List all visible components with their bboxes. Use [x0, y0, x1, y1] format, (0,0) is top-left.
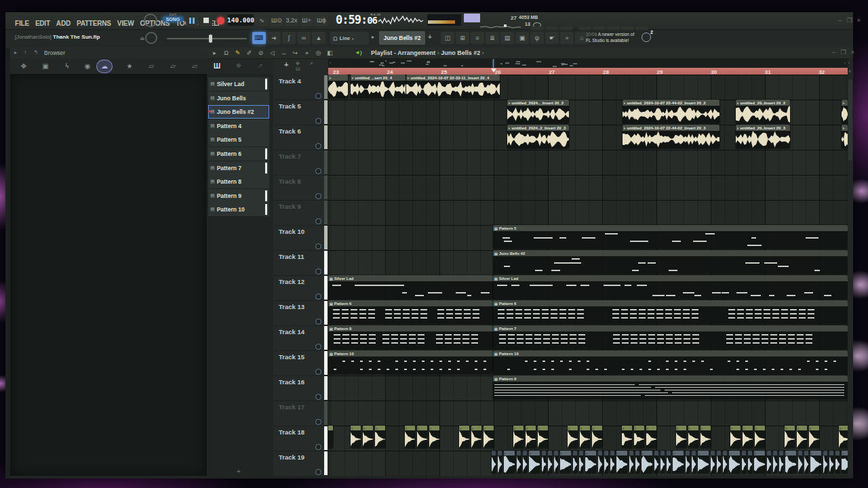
- hat-clip[interactable]: [579, 451, 583, 473]
- pattern-list-item[interactable]: ▤Pattern 9: [208, 189, 269, 203]
- playlist-crumb[interactable]: Juno Bells #2: [441, 49, 480, 56]
- piano-icon[interactable]: Ш: [214, 62, 220, 70]
- audio-clip[interactable]: ⊦untitled_2024..2_Insert 20_3: [507, 125, 569, 148]
- drum-clip[interactable]: ⊦: [839, 426, 848, 448]
- track-header[interactable]: Track 6: [273, 125, 324, 150]
- browser-tab-cloud[interactable]: ☁: [97, 60, 112, 73]
- track-name[interactable]: Track 10: [279, 228, 304, 235]
- master-slider[interactable]: [167, 38, 247, 39]
- pattern-clip[interactable]: ▤Pattern 6: [493, 300, 848, 324]
- drum-clip[interactable]: ⊦: [755, 426, 765, 448]
- pattern-clone-icon[interactable]: Шϕ: [315, 14, 328, 26]
- drum-clip[interactable]: [328, 426, 333, 448]
- track-mute-dot[interactable]: [315, 369, 321, 375]
- piano-roll-window-icon[interactable]: ⊞: [456, 32, 469, 44]
- hat-clip[interactable]: [823, 451, 827, 473]
- track-name[interactable]: Track 4: [279, 77, 301, 85]
- track-mute-dot[interactable]: [315, 143, 321, 149]
- v-scrollbar[interactable]: [848, 79, 852, 161]
- snap-selector[interactable]: Ω Line ▸: [330, 32, 369, 45]
- hat-clip[interactable]: [492, 451, 496, 473]
- drum-clip[interactable]: ⊦: [785, 426, 795, 448]
- track-mute-dot[interactable]: [315, 193, 321, 199]
- hat-clip[interactable]: [692, 451, 696, 473]
- pattern-clip[interactable]: ▤Pattern 10: [328, 350, 493, 374]
- drum-clip[interactable]: ⊦: [634, 426, 644, 448]
- track-name[interactable]: Track 5: [279, 102, 301, 110]
- hat-clip[interactable]: [542, 451, 546, 473]
- hat-clip[interactable]: ⊦: [616, 451, 627, 473]
- track-mute-dot[interactable]: [315, 444, 321, 450]
- add-track-button[interactable]: +: [284, 60, 288, 68]
- audio-clip[interactable]: ⊦untitled_2024-10-07 22-44-02_Insert 20_…: [623, 125, 719, 148]
- browser-tab-files[interactable]: ▣: [38, 60, 53, 73]
- hat-clip[interactable]: [742, 451, 746, 473]
- audio-clip[interactable]: ⊦: [328, 75, 348, 98]
- drum-clip[interactable]: ⊦: [646, 426, 656, 448]
- hat-clip[interactable]: [779, 451, 783, 473]
- pattern-list-item[interactable]: ▤Juno Bells: [208, 92, 269, 105]
- hat-clip[interactable]: [667, 451, 671, 473]
- scroll-right-icon[interactable]: ›: [848, 60, 850, 64]
- main-volume-knob[interactable]: [144, 14, 157, 27]
- audio-clip[interactable]: ⊦untitled_..sert 20_4: [351, 75, 406, 98]
- track-header[interactable]: Track 16: [273, 375, 324, 401]
- pattern-list-item[interactable]: ▤Silver Lad: [208, 77, 269, 91]
- pattern-prev-arrow[interactable]: ▸: [372, 34, 374, 40]
- playlist-menu-icon[interactable]: ▸: [210, 49, 220, 57]
- playlist-speaker-icon[interactable]: ◄): [355, 49, 362, 56]
- pattern-list-item[interactable]: ▤Pattern 7: [208, 161, 269, 175]
- pattern-clip[interactable]: ▤Pattern 6: [328, 300, 493, 324]
- slice-tool-icon[interactable]: ↪: [290, 49, 300, 57]
- track-name[interactable]: Track 17: [279, 403, 304, 411]
- drum-clip[interactable]: ⊦: [459, 426, 469, 448]
- cpu-meter[interactable]: [427, 14, 461, 26]
- navigator-right-arrow-icon[interactable]: ›: [844, 60, 846, 64]
- delete-tool-icon[interactable]: ⊘: [256, 49, 266, 57]
- tools-menu-icon[interactable]: »: [560, 32, 574, 44]
- select-tool-icon[interactable]: ⌖: [302, 49, 312, 57]
- drum-clip[interactable]: ⊦: [730, 426, 741, 448]
- hat-clip[interactable]: ⊦: [729, 451, 740, 473]
- hat-clip[interactable]: [573, 451, 577, 473]
- typing-keyboard-piano-icon[interactable]: ⌨: [252, 32, 266, 44]
- pattern-clip[interactable]: ▤Pattern 7: [493, 325, 848, 349]
- hat-clip[interactable]: ⊦: [785, 451, 796, 473]
- browser-window-icon[interactable]: ▤: [500, 32, 514, 44]
- track-header[interactable]: Track 18: [273, 426, 324, 451]
- track-name[interactable]: Track 6: [279, 127, 301, 135]
- hat-clip[interactable]: ⊦: [529, 451, 540, 473]
- browser-tab-folder-1[interactable]: ▱: [144, 60, 159, 73]
- pattern-add-icon[interactable]: Ш+: [300, 14, 313, 26]
- browser-tab-favorites[interactable]: ★: [122, 60, 137, 73]
- plugin-database-icon[interactable]: ψ: [530, 32, 544, 44]
- track-header[interactable]: Track 8: [273, 175, 324, 201]
- track-header[interactable]: Track 17: [273, 401, 324, 426]
- hat-clip[interactable]: [804, 451, 808, 473]
- drum-clip[interactable]: ⊦: [363, 426, 373, 448]
- audio-clip[interactable]: ⊦untitled_2024-10-07 22-44-02_Insert 20_…: [623, 100, 719, 123]
- mixer-window-icon[interactable]: ≣: [486, 32, 499, 44]
- browser-tab-folder-3[interactable]: ▱: [187, 60, 202, 73]
- track-header[interactable]: Track 14: [273, 325, 324, 351]
- drum-clip[interactable]: ⊦: [701, 426, 711, 448]
- track-mute-dot[interactable]: [315, 319, 321, 325]
- track-header[interactable]: Track 12: [273, 275, 324, 301]
- audio-clip[interactable]: ⊦untitled_2024-10-07 22-33-11_Insert 20_…: [406, 75, 500, 98]
- oscilloscope[interactable]: [378, 14, 423, 28]
- playlist-minimize-button[interactable]: –: [829, 49, 838, 56]
- pattern-length-icon[interactable]: Ш⊙: [270, 14, 283, 26]
- hat-clip[interactable]: [523, 451, 527, 473]
- hat-clip[interactable]: ⊦: [810, 451, 821, 473]
- pattern-clip[interactable]: ▤Silver Lad: [328, 275, 493, 299]
- drum-clip[interactable]: ⊦: [809, 426, 819, 448]
- browser-tab-online[interactable]: ◉: [80, 60, 95, 73]
- time-display[interactable]: 0:59:06 M:S:CS: [336, 13, 379, 28]
- hat-clip[interactable]: [723, 451, 727, 473]
- update-globe-icon[interactable]: 2: [642, 33, 651, 42]
- track-mute-dot[interactable]: [315, 93, 321, 99]
- paint-tool-icon[interactable]: ✐: [244, 49, 254, 57]
- track-name[interactable]: Track 16: [279, 378, 304, 386]
- playlist-window-icon[interactable]: ◫: [441, 32, 454, 44]
- track-mute-dot[interactable]: [315, 293, 321, 300]
